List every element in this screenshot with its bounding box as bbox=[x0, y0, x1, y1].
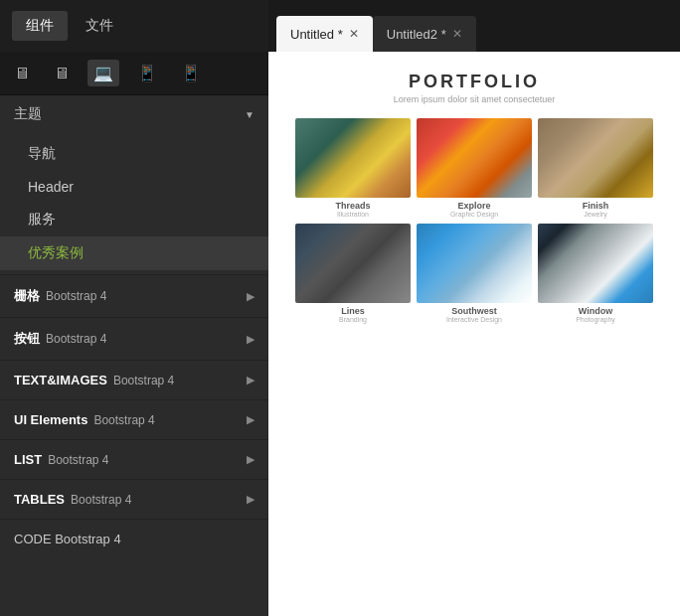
laptop-icon[interactable]: 💻 bbox=[87, 60, 119, 86]
portfolio-item-explore-sub: Graphic Design bbox=[417, 211, 532, 218]
portfolio-item-southwest-sub: Interactive Design bbox=[417, 316, 532, 323]
section-list-chevron-icon: ▶ bbox=[247, 453, 255, 466]
tab-files[interactable]: 文件 bbox=[72, 11, 127, 41]
theme-section-header[interactable]: 主题 ▼ bbox=[0, 95, 268, 133]
list-item: Finish Jewelry bbox=[538, 118, 653, 218]
top-bar: 组件 文件 Untitled * ✕ Untitled2 * ✕ bbox=[0, 0, 680, 52]
section-tables-bold: TABLES bbox=[14, 492, 65, 507]
section-code[interactable]: CODE Bootstrap 4 bbox=[0, 519, 268, 558]
portfolio-title: PORTFOLIO bbox=[278, 72, 670, 92]
portfolio-item-southwest-name: Southwest bbox=[417, 306, 532, 316]
section-tables-label: TABLES Bootstrap 4 bbox=[14, 492, 131, 507]
sidebar-content: 主题 ▼ 导航 Header 服务 优秀案例 栅格 Bootstrap 4 ▶ … bbox=[0, 95, 268, 616]
list-item: Window Photography bbox=[538, 224, 653, 323]
doc-tab-untitled1-close[interactable]: ✕ bbox=[349, 28, 359, 40]
portfolio-item-window-name: Window bbox=[538, 306, 653, 316]
portfolio-grid: Threads Illustration Explore Graphic Des… bbox=[295, 118, 653, 323]
section-grid-sub: Bootstrap 4 bbox=[46, 289, 106, 303]
section-buttons-chevron-icon: ▶ bbox=[247, 333, 255, 346]
section-ui-elements-label: UI Elements Bootstrap 4 bbox=[14, 412, 155, 427]
section-grid-bold: 栅格 bbox=[14, 287, 40, 305]
list-item: Southwest Interactive Design bbox=[417, 224, 532, 323]
list-item: Lines Branding bbox=[295, 224, 411, 323]
list-item: Explore Graphic Design bbox=[417, 118, 532, 218]
section-list-sub: Bootstrap 4 bbox=[48, 453, 108, 467]
portfolio-item-window bbox=[538, 224, 653, 303]
doc-tab-untitled2-close[interactable]: ✕ bbox=[452, 28, 462, 40]
section-code-label: CODE Bootstrap 4 bbox=[14, 532, 121, 546]
portfolio-preview: PORTFOLIO Lorem ipsum dolor sit amet con… bbox=[278, 72, 670, 323]
theme-arrow-icon: ▼ bbox=[245, 109, 255, 120]
section-ui-elements-bold: UI Elements bbox=[14, 412, 87, 427]
theme-label: 主题 bbox=[14, 105, 42, 123]
portfolio-item-window-sub: Photography bbox=[538, 316, 653, 323]
section-tables-sub: Bootstrap 4 bbox=[71, 493, 131, 507]
section-code-bold: CODE bbox=[14, 532, 52, 546]
doc-tab-untitled1-label: Untitled * bbox=[290, 27, 343, 42]
section-buttons-sub: Bootstrap 4 bbox=[46, 332, 106, 346]
doc-tab-untitled1[interactable]: Untitled * ✕ bbox=[276, 16, 373, 52]
theme-items-list: 导航 Header 服务 优秀案例 bbox=[0, 133, 268, 274]
portfolio-item-explore-name: Explore bbox=[417, 201, 532, 211]
section-text-images-sub: Bootstrap 4 bbox=[113, 374, 174, 387]
document-tabs-bar: Untitled * ✕ Untitled2 * ✕ bbox=[268, 0, 680, 52]
section-text-images-label: TEXT&IMAGES Bootstrap 4 bbox=[14, 373, 174, 387]
desktop-icon[interactable]: 🖥 bbox=[8, 61, 36, 86]
portfolio-item-lines-name: Lines bbox=[295, 306, 411, 316]
section-grid-chevron-icon: ▶ bbox=[247, 290, 255, 303]
portfolio-subtitle: Lorem ipsum dolor sit amet consectetuer bbox=[278, 94, 670, 104]
main-area: 🖥 🖥 💻 📱 📱 主题 ▼ 导航 Header 服务 优秀案例 栅格 bbox=[0, 52, 680, 616]
tablet-icon[interactable]: 📱 bbox=[131, 60, 163, 86]
doc-tab-untitled2[interactable]: Untitled2 * ✕ bbox=[373, 16, 476, 52]
list-item: Threads Illustration bbox=[295, 118, 411, 218]
section-buttons-bold: 按钮 bbox=[14, 330, 40, 348]
viewport-toolbar: 🖥 🖥 💻 📱 📱 bbox=[0, 52, 268, 95]
portfolio-item-threads-name: Threads bbox=[295, 201, 411, 211]
portfolio-item-southwest bbox=[417, 224, 532, 303]
section-text-images-bold: TEXT&IMAGES bbox=[14, 373, 107, 387]
portfolio-item-threads-sub: Illustration bbox=[295, 211, 411, 218]
portfolio-item-lines bbox=[295, 224, 411, 303]
portfolio-item-finish-sub: Jewelry bbox=[538, 211, 653, 218]
section-tables-chevron-icon: ▶ bbox=[247, 493, 255, 506]
content-panel: PORTFOLIO Lorem ipsum dolor sit amet con… bbox=[268, 52, 680, 616]
section-list-label: LIST Bootstrap 4 bbox=[14, 452, 109, 467]
sidebar-tabs: 组件 文件 bbox=[0, 0, 268, 52]
section-list[interactable]: LIST Bootstrap 4 ▶ bbox=[0, 439, 268, 479]
theme-item-portfolio[interactable]: 优秀案例 bbox=[0, 236, 268, 270]
section-buttons[interactable]: 按钮 Bootstrap 4 ▶ bbox=[0, 317, 268, 360]
section-grid[interactable]: 栅格 Bootstrap 4 ▶ bbox=[0, 274, 268, 317]
section-buttons-label: 按钮 Bootstrap 4 bbox=[14, 330, 106, 348]
portfolio-item-finish bbox=[538, 118, 653, 198]
section-grid-label: 栅格 Bootstrap 4 bbox=[14, 287, 106, 305]
portfolio-item-explore bbox=[417, 118, 532, 198]
portfolio-item-threads bbox=[295, 118, 411, 198]
canvas-area: PORTFOLIO Lorem ipsum dolor sit amet con… bbox=[268, 52, 680, 616]
sidebar: 🖥 🖥 💻 📱 📱 主题 ▼ 导航 Header 服务 优秀案例 栅格 bbox=[0, 52, 268, 616]
section-text-images[interactable]: TEXT&IMAGES Bootstrap 4 ▶ bbox=[0, 360, 268, 399]
section-ui-elements[interactable]: UI Elements Bootstrap 4 ▶ bbox=[0, 399, 268, 439]
section-code-sub: Bootstrap 4 bbox=[55, 532, 121, 546]
portfolio-item-finish-name: Finish bbox=[538, 201, 653, 211]
theme-item-services[interactable]: 服务 bbox=[0, 203, 268, 236]
section-text-images-chevron-icon: ▶ bbox=[247, 374, 255, 386]
section-tables[interactable]: TABLES Bootstrap 4 ▶ bbox=[0, 479, 268, 519]
portfolio-item-lines-sub: Branding bbox=[295, 316, 411, 323]
phone-icon[interactable]: 📱 bbox=[175, 60, 207, 86]
doc-tab-untitled2-label: Untitled2 * bbox=[387, 27, 446, 42]
tab-components[interactable]: 组件 bbox=[12, 11, 68, 41]
monitor-icon[interactable]: 🖥 bbox=[48, 61, 76, 86]
section-ui-elements-sub: Bootstrap 4 bbox=[93, 413, 154, 427]
theme-item-navigation[interactable]: 导航 bbox=[0, 137, 268, 171]
section-list-bold: LIST bbox=[14, 452, 42, 467]
theme-item-header[interactable]: Header bbox=[0, 171, 268, 203]
section-ui-elements-chevron-icon: ▶ bbox=[247, 413, 255, 426]
